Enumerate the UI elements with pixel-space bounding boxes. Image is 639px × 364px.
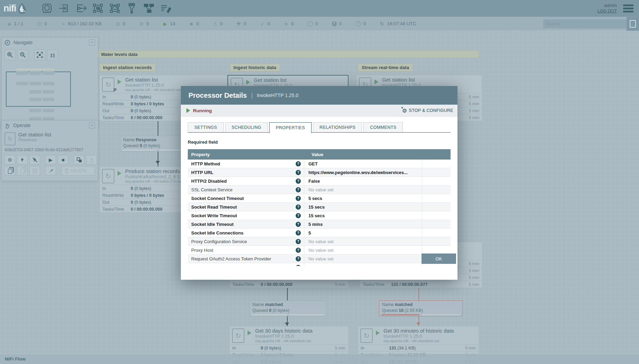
status-stale: ↑0 bbox=[307, 21, 318, 27]
label-tool-icon[interactable] bbox=[160, 2, 172, 14]
property-actions bbox=[422, 177, 451, 185]
tab-properties[interactable]: PROPERTIES bbox=[269, 122, 312, 133]
processor-name: Get 30 minutes of historic data bbox=[383, 328, 477, 334]
dialog-title: Processor Details bbox=[188, 92, 247, 99]
refresh-icon[interactable]: ↻ bbox=[380, 21, 385, 27]
canvas-label-water-levels[interactable]: Water levels data bbox=[98, 50, 479, 58]
stop-button[interactable]: ■ bbox=[58, 155, 68, 164]
property-value: 15 secs bbox=[304, 211, 422, 220]
copy-button[interactable] bbox=[4, 166, 15, 175]
search-input[interactable] bbox=[543, 19, 627, 28]
stats-window: 5 min bbox=[469, 95, 479, 99]
ok-button[interactable]: OK bbox=[422, 253, 456, 264]
run-status-icon bbox=[118, 79, 121, 84]
stats-window: 5 min bbox=[335, 282, 345, 287]
help-icon[interactable]: ? bbox=[296, 256, 301, 261]
tab-relationships[interactable]: RELATIONSHIPS bbox=[313, 122, 362, 132]
output-port-tool-icon[interactable] bbox=[75, 2, 87, 14]
property-name: HTTP URL bbox=[191, 170, 296, 175]
status-threads: 0 bbox=[37, 21, 47, 26]
stale-icon: ↑ bbox=[307, 21, 313, 27]
stopped-icon: ■ bbox=[189, 21, 194, 27]
stopped-count: 0 bbox=[196, 21, 199, 26]
nifi-logo: nifi bbox=[3, 2, 27, 14]
configure-button[interactable]: ⚙ bbox=[4, 155, 15, 164]
property-name: Request OAuth2 Access Token Provider bbox=[191, 256, 296, 261]
property-actions bbox=[422, 160, 451, 168]
minimap-viewport[interactable] bbox=[6, 71, 71, 107]
bulletin-panel-icon[interactable] bbox=[627, 17, 639, 31]
help-icon[interactable]: ? bbox=[296, 170, 301, 175]
running-icon bbox=[186, 108, 190, 113]
delete-button[interactable]: DELETE bbox=[61, 166, 95, 175]
canvas-label-ingest-historic[interactable]: Ingest historic data bbox=[230, 64, 280, 71]
breadcrumb-root[interactable]: NiFi Flow bbox=[5, 356, 26, 362]
property-name: SSL Context Service bbox=[191, 187, 296, 192]
connection-queued: Queued 10 (2.55 KB) bbox=[382, 308, 460, 314]
help-icon[interactable]: ? bbox=[296, 196, 301, 201]
processor-bundle: org.apache.nifi - nifi-standard-nar bbox=[255, 339, 347, 343]
status-not-transmitting: ⊘0 bbox=[139, 21, 149, 27]
input-port-tool-icon[interactable] bbox=[58, 2, 70, 14]
stat-row-in: In0 (0 bytes)5 min bbox=[230, 344, 348, 351]
processor-bundle: org.apache.nifi - nifi-standard-nar bbox=[383, 339, 477, 343]
processor-tool-icon[interactable] bbox=[41, 2, 53, 14]
help-icon[interactable]: ? bbox=[296, 179, 301, 184]
sync-failure-count: 0 bbox=[363, 21, 366, 26]
canvas-label-stream-realtime[interactable]: Stream real-time data bbox=[358, 64, 413, 71]
disable-button[interactable] bbox=[29, 155, 40, 164]
help-icon[interactable]: ? bbox=[296, 230, 301, 236]
funnel-tool-icon[interactable] bbox=[126, 2, 138, 14]
help-icon[interactable]: ? bbox=[296, 161, 301, 166]
global-menu-icon[interactable] bbox=[622, 3, 635, 14]
status-cluster: ◈1 / 1 bbox=[7, 21, 23, 27]
cluster-count: 1 / 1 bbox=[14, 21, 23, 26]
paste-button[interactable] bbox=[17, 166, 28, 175]
operate-palette: Operate − ↻ Get station list Processor 4… bbox=[1, 120, 98, 181]
create-template-button[interactable] bbox=[74, 155, 84, 164]
group-button[interactable] bbox=[29, 166, 40, 175]
collapse-operate-icon[interactable]: − bbox=[89, 122, 95, 128]
logout-link[interactable]: LOG OUT bbox=[598, 8, 617, 14]
status-queued: ≡613 / 162.02 KB bbox=[61, 21, 102, 27]
last-refreshed-time: 16:07:48 UTC bbox=[387, 21, 416, 26]
start-button[interactable]: ▶ bbox=[45, 155, 56, 164]
transmitting-count: 0 bbox=[123, 21, 126, 26]
remote-process-group-tool-icon[interactable] bbox=[109, 2, 121, 14]
tab-scheduling[interactable]: SCHEDULING bbox=[225, 122, 268, 132]
help-icon[interactable]: ? bbox=[296, 248, 301, 253]
zoom-in-button[interactable] bbox=[4, 49, 16, 60]
property-value: No value set bbox=[304, 263, 422, 266]
locally-modified-stale-count: 0 bbox=[339, 21, 342, 26]
zoom-out-button[interactable] bbox=[17, 49, 28, 60]
tab-settings[interactable]: SETTINGS bbox=[188, 122, 224, 132]
zoom-fit-button[interactable] bbox=[34, 49, 45, 60]
help-icon[interactable]: ? bbox=[296, 204, 301, 210]
enable-button[interactable] bbox=[17, 155, 28, 164]
tab-comments[interactable]: COMMENTS bbox=[363, 122, 403, 132]
run-status-icon bbox=[376, 331, 380, 335]
help-icon[interactable]: ? bbox=[296, 213, 301, 218]
upload-template-button[interactable] bbox=[86, 155, 97, 164]
help-icon[interactable]: ? bbox=[296, 239, 301, 244]
help-icon[interactable]: ? bbox=[296, 265, 301, 266]
zoom-actual-button[interactable]: |:| bbox=[47, 49, 58, 60]
canvas-label-ingest-station[interactable]: Ingest station records bbox=[99, 64, 156, 71]
connection-label[interactable]: Name matchedQueued 10 (2.55 KB) bbox=[379, 300, 463, 316]
fill-color-button[interactable] bbox=[45, 166, 56, 175]
collapse-navigate-icon[interactable]: − bbox=[89, 39, 95, 46]
template-tool-icon[interactable] bbox=[143, 2, 155, 14]
processor-name: Get station list bbox=[254, 77, 346, 83]
connection-label[interactable]: Name matchedQueued 0 (0 bytes) bbox=[249, 300, 326, 316]
help-icon[interactable]: ? bbox=[296, 187, 301, 192]
property-actions bbox=[422, 229, 451, 237]
process-group-tool-icon[interactable] bbox=[92, 2, 104, 14]
stop-and-configure-button[interactable]: ⚙ STOP & CONFIGURE bbox=[402, 107, 453, 114]
minimap-component bbox=[43, 82, 54, 85]
help-icon[interactable]: ? bbox=[296, 222, 301, 227]
stat-row-tasks_time: Tasks/Time0 / 00:00:00.0005 min bbox=[230, 281, 348, 288]
birdseye-minimap[interactable] bbox=[4, 64, 96, 125]
breadcrumb-bar: NiFi Flow bbox=[0, 354, 639, 364]
dialog-status-strip: Running ⚙ STOP & CONFIGURE bbox=[181, 105, 457, 117]
dialog-title-separator: | bbox=[251, 92, 253, 99]
